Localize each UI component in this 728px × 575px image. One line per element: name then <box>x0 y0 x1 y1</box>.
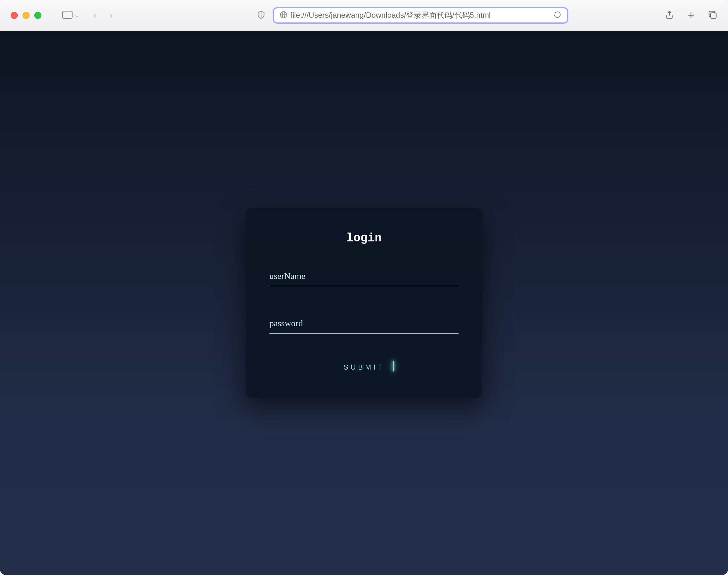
submit-glow-accent <box>393 361 394 371</box>
password-input[interactable] <box>270 318 458 330</box>
page-content: login userName password SUBMIT <box>0 31 728 575</box>
chevron-down-icon: ⌵ <box>75 12 78 19</box>
new-tab-icon[interactable]: + <box>688 9 694 22</box>
privacy-shield-icon[interactable] <box>257 10 265 21</box>
login-title: login <box>270 232 458 245</box>
browser-toolbar: ⌵ ‹ › file:///Users/janewang/Downloads/登… <box>0 0 728 31</box>
username-field: userName <box>270 266 458 286</box>
submit-label: SUBMIT <box>344 363 385 371</box>
login-box: login userName password SUBMIT <box>246 208 482 398</box>
minimize-window-button[interactable] <box>23 12 30 19</box>
back-button[interactable]: ‹ <box>93 9 96 21</box>
sidebar-icon <box>62 11 73 20</box>
password-field: password <box>270 313 458 334</box>
sidebar-toggle-button[interactable]: ⌵ <box>62 11 78 20</box>
globe-icon <box>280 11 287 20</box>
window-controls <box>11 12 41 19</box>
navigation-arrows: ‹ › <box>93 9 113 21</box>
close-window-button[interactable] <box>11 12 18 19</box>
submit-area: SUBMIT <box>270 360 458 374</box>
svg-rect-6 <box>710 13 716 18</box>
username-input[interactable] <box>270 271 458 283</box>
reload-icon[interactable] <box>553 11 561 20</box>
url-text: file:///Users/janewang/Downloads/登录界面代码/… <box>290 10 550 21</box>
svg-rect-0 <box>63 11 72 18</box>
forward-button[interactable]: › <box>109 9 113 21</box>
fullscreen-window-button[interactable] <box>34 12 41 19</box>
share-icon[interactable] <box>665 10 674 21</box>
address-bar-wrap: file:///Users/janewang/Downloads/登录界面代码/… <box>113 7 665 24</box>
toolbar-right-icons: + <box>665 9 717 22</box>
tabs-overview-icon[interactable] <box>708 10 717 21</box>
submit-button[interactable]: SUBMIT <box>338 360 390 374</box>
address-bar[interactable]: file:///Users/janewang/Downloads/登录界面代码/… <box>273 7 568 24</box>
